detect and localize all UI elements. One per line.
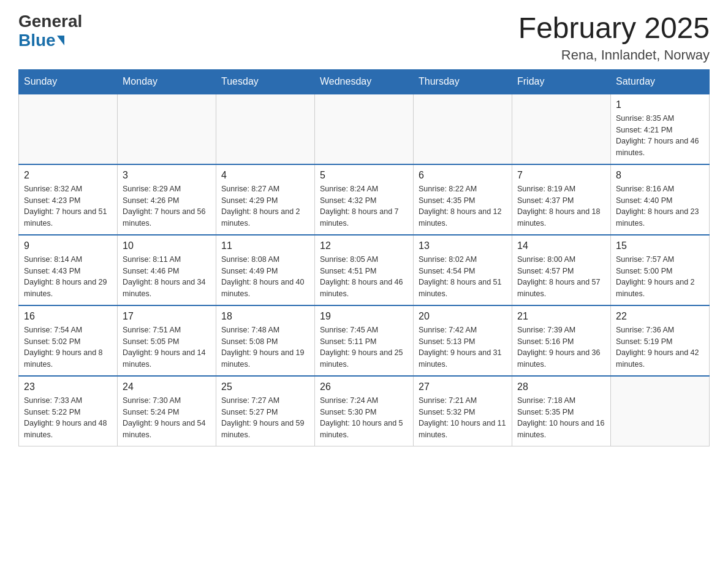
calendar-cell: 25Sunrise: 7:27 AMSunset: 5:27 PMDayligh… xyxy=(216,376,315,446)
day-number: 24 xyxy=(123,381,211,393)
day-number: 4 xyxy=(221,170,309,181)
calendar-cell xyxy=(512,94,611,164)
calendar-cell xyxy=(414,94,512,164)
day-info: Sunrise: 8:32 AMSunset: 4:23 PMDaylight:… xyxy=(24,183,112,229)
day-info: Sunrise: 7:30 AMSunset: 5:24 PMDaylight:… xyxy=(123,395,211,441)
calendar-cell: 2Sunrise: 8:32 AMSunset: 4:23 PMDaylight… xyxy=(19,164,118,235)
calendar-cell: 11Sunrise: 8:08 AMSunset: 4:49 PMDayligh… xyxy=(216,235,315,305)
day-info: Sunrise: 7:51 AMSunset: 5:05 PMDaylight:… xyxy=(123,324,211,370)
day-info: Sunrise: 7:42 AMSunset: 5:13 PMDaylight:… xyxy=(419,324,507,370)
calendar-cell: 12Sunrise: 8:05 AMSunset: 4:51 PMDayligh… xyxy=(315,235,414,305)
day-number: 14 xyxy=(517,240,605,251)
week-row-4: 16Sunrise: 7:54 AMSunset: 5:02 PMDayligh… xyxy=(19,305,710,376)
day-number: 6 xyxy=(419,170,507,181)
calendar-cell xyxy=(315,94,414,164)
day-number: 21 xyxy=(517,311,605,322)
day-info: Sunrise: 8:14 AMSunset: 4:43 PMDaylight:… xyxy=(24,254,112,300)
calendar-cell: 15Sunrise: 7:57 AMSunset: 5:00 PMDayligh… xyxy=(611,235,710,305)
calendar-cell: 1Sunrise: 8:35 AMSunset: 4:21 PMDaylight… xyxy=(611,94,710,164)
calendar-table: SundayMondayTuesdayWednesdayThursdayFrid… xyxy=(18,69,710,446)
calendar-cell: 4Sunrise: 8:27 AMSunset: 4:29 PMDaylight… xyxy=(216,164,315,235)
day-info: Sunrise: 8:16 AMSunset: 4:40 PMDaylight:… xyxy=(616,183,704,229)
calendar-cell: 19Sunrise: 7:45 AMSunset: 5:11 PMDayligh… xyxy=(315,305,414,376)
day-number: 11 xyxy=(221,240,309,251)
calendar-cell xyxy=(216,94,315,164)
day-number: 15 xyxy=(616,240,704,251)
calendar-cell: 14Sunrise: 8:00 AMSunset: 4:57 PMDayligh… xyxy=(512,235,611,305)
day-info: Sunrise: 7:39 AMSunset: 5:16 PMDaylight:… xyxy=(517,324,605,370)
day-info: Sunrise: 8:29 AMSunset: 4:26 PMDaylight:… xyxy=(123,183,211,229)
calendar-cell: 20Sunrise: 7:42 AMSunset: 5:13 PMDayligh… xyxy=(414,305,512,376)
day-info: Sunrise: 7:57 AMSunset: 5:00 PMDaylight:… xyxy=(616,254,704,300)
day-info: Sunrise: 8:19 AMSunset: 4:37 PMDaylight:… xyxy=(517,183,605,229)
day-number: 1 xyxy=(616,99,704,110)
day-info: Sunrise: 8:24 AMSunset: 4:32 PMDaylight:… xyxy=(320,183,408,229)
day-number: 18 xyxy=(221,311,309,322)
day-info: Sunrise: 7:27 AMSunset: 5:27 PMDaylight:… xyxy=(221,395,309,441)
day-number: 22 xyxy=(616,311,704,322)
weekday-header-monday: Monday xyxy=(118,69,216,94)
day-info: Sunrise: 7:24 AMSunset: 5:30 PMDaylight:… xyxy=(320,395,408,441)
day-info: Sunrise: 8:05 AMSunset: 4:51 PMDaylight:… xyxy=(320,254,408,300)
day-number: 23 xyxy=(24,381,112,393)
logo-blue: Blue xyxy=(18,31,82,50)
weekday-header-row: SundayMondayTuesdayWednesdayThursdayFrid… xyxy=(19,69,710,94)
day-number: 8 xyxy=(616,170,704,181)
day-number: 27 xyxy=(419,381,507,393)
day-info: Sunrise: 7:48 AMSunset: 5:08 PMDaylight:… xyxy=(221,324,309,370)
day-number: 10 xyxy=(123,240,211,251)
day-info: Sunrise: 7:45 AMSunset: 5:11 PMDaylight:… xyxy=(320,324,408,370)
weekday-header-tuesday: Tuesday xyxy=(216,69,315,94)
day-number: 25 xyxy=(221,381,309,393)
day-number: 26 xyxy=(320,381,408,393)
day-info: Sunrise: 8:27 AMSunset: 4:29 PMDaylight:… xyxy=(221,183,309,229)
calendar-cell: 9Sunrise: 8:14 AMSunset: 4:43 PMDaylight… xyxy=(19,235,118,305)
day-info: Sunrise: 8:02 AMSunset: 4:54 PMDaylight:… xyxy=(419,254,507,300)
calendar-cell: 28Sunrise: 7:18 AMSunset: 5:35 PMDayligh… xyxy=(512,376,611,446)
day-number: 19 xyxy=(320,311,408,322)
calendar-cell: 10Sunrise: 8:11 AMSunset: 4:46 PMDayligh… xyxy=(118,235,216,305)
day-info: Sunrise: 7:33 AMSunset: 5:22 PMDaylight:… xyxy=(24,395,112,441)
calendar-cell: 26Sunrise: 7:24 AMSunset: 5:30 PMDayligh… xyxy=(315,376,414,446)
page-header: General Blue February 2025 Rena, Innland… xyxy=(18,12,710,63)
day-number: 13 xyxy=(419,240,507,251)
day-number: 2 xyxy=(24,170,112,181)
week-row-5: 23Sunrise: 7:33 AMSunset: 5:22 PMDayligh… xyxy=(19,376,710,446)
calendar-cell: 22Sunrise: 7:36 AMSunset: 5:19 PMDayligh… xyxy=(611,305,710,376)
weekday-header-friday: Friday xyxy=(512,69,611,94)
weekday-header-wednesday: Wednesday xyxy=(315,69,414,94)
location-subtitle: Rena, Innlandet, Norway xyxy=(518,47,710,63)
calendar-cell xyxy=(118,94,216,164)
week-row-1: 1Sunrise: 8:35 AMSunset: 4:21 PMDaylight… xyxy=(19,94,710,164)
calendar-cell: 8Sunrise: 8:16 AMSunset: 4:40 PMDaylight… xyxy=(611,164,710,235)
day-info: Sunrise: 8:22 AMSunset: 4:35 PMDaylight:… xyxy=(419,183,507,229)
logo: General Blue xyxy=(18,12,82,50)
day-number: 12 xyxy=(320,240,408,251)
day-info: Sunrise: 8:00 AMSunset: 4:57 PMDaylight:… xyxy=(517,254,605,300)
day-number: 9 xyxy=(24,240,112,251)
calendar-cell: 3Sunrise: 8:29 AMSunset: 4:26 PMDaylight… xyxy=(118,164,216,235)
day-info: Sunrise: 8:11 AMSunset: 4:46 PMDaylight:… xyxy=(123,254,211,300)
day-info: Sunrise: 7:21 AMSunset: 5:32 PMDaylight:… xyxy=(419,395,507,441)
month-title: February 2025 xyxy=(518,12,710,45)
calendar-cell xyxy=(611,376,710,446)
calendar-cell: 21Sunrise: 7:39 AMSunset: 5:16 PMDayligh… xyxy=(512,305,611,376)
week-row-3: 9Sunrise: 8:14 AMSunset: 4:43 PMDaylight… xyxy=(19,235,710,305)
weekday-header-sunday: Sunday xyxy=(19,69,118,94)
calendar-cell: 23Sunrise: 7:33 AMSunset: 5:22 PMDayligh… xyxy=(19,376,118,446)
logo-general: General xyxy=(18,12,82,31)
day-number: 3 xyxy=(123,170,211,181)
day-info: Sunrise: 7:18 AMSunset: 5:35 PMDaylight:… xyxy=(517,395,605,441)
day-info: Sunrise: 7:36 AMSunset: 5:19 PMDaylight:… xyxy=(616,324,704,370)
weekday-header-thursday: Thursday xyxy=(414,69,512,94)
calendar-cell: 5Sunrise: 8:24 AMSunset: 4:32 PMDaylight… xyxy=(315,164,414,235)
weekday-header-saturday: Saturday xyxy=(611,69,710,94)
day-info: Sunrise: 8:08 AMSunset: 4:49 PMDaylight:… xyxy=(221,254,309,300)
calendar-cell: 6Sunrise: 8:22 AMSunset: 4:35 PMDaylight… xyxy=(414,164,512,235)
calendar-cell: 17Sunrise: 7:51 AMSunset: 5:05 PMDayligh… xyxy=(118,305,216,376)
calendar-cell: 16Sunrise: 7:54 AMSunset: 5:02 PMDayligh… xyxy=(19,305,118,376)
logo-triangle-icon xyxy=(57,36,64,45)
calendar-cell: 13Sunrise: 8:02 AMSunset: 4:54 PMDayligh… xyxy=(414,235,512,305)
day-number: 5 xyxy=(320,170,408,181)
calendar-cell: 18Sunrise: 7:48 AMSunset: 5:08 PMDayligh… xyxy=(216,305,315,376)
